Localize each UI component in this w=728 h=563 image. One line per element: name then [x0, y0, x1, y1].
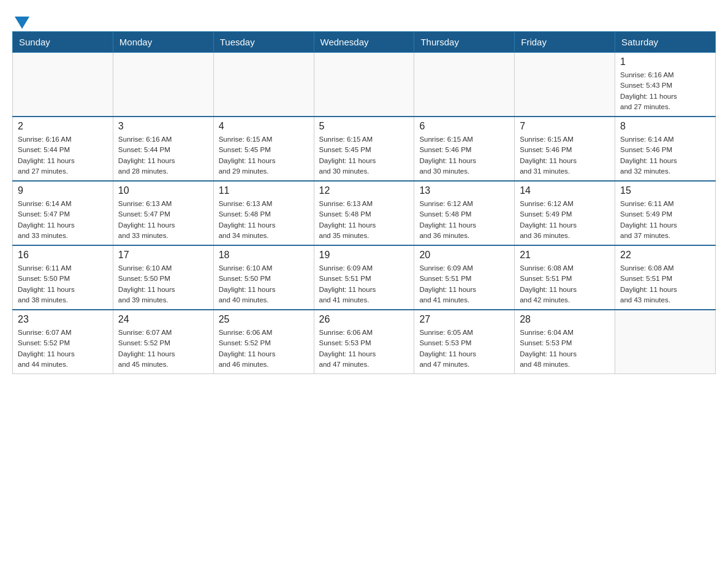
header-friday: Friday: [515, 32, 615, 53]
day-number: 17: [118, 250, 208, 261]
day-number: 23: [18, 314, 108, 325]
logo-triangle-icon: [15, 17, 29, 29]
calendar-cell: 8Sunrise: 6:14 AMSunset: 5:46 PMDaylight…: [615, 117, 716, 181]
header-wednesday: Wednesday: [314, 32, 414, 53]
day-info: Sunrise: 6:12 AMSunset: 5:48 PMDaylight:…: [419, 199, 509, 241]
calendar-cell: [13, 53, 113, 117]
calendar-cell: 9Sunrise: 6:14 AMSunset: 5:47 PMDaylight…: [13, 181, 113, 245]
day-number: 24: [118, 314, 208, 325]
day-info: Sunrise: 6:13 AMSunset: 5:48 PMDaylight:…: [319, 199, 409, 241]
day-info: Sunrise: 6:08 AMSunset: 5:51 PMDaylight:…: [520, 263, 610, 305]
calendar-header: SundayMondayTuesdayWednesdayThursdayFrid…: [13, 32, 716, 53]
calendar-cell: 19Sunrise: 6:09 AMSunset: 5:51 PMDayligh…: [314, 245, 414, 310]
day-number: 20: [419, 250, 509, 261]
day-info: Sunrise: 6:16 AMSunset: 5:44 PMDaylight:…: [118, 134, 208, 177]
logo-line1: [12, 15, 29, 29]
day-number: 26: [319, 314, 409, 325]
calendar-cell: [615, 310, 716, 374]
day-number: 1: [620, 56, 710, 67]
day-number: 16: [18, 250, 108, 261]
calendar-cell: 27Sunrise: 6:05 AMSunset: 5:53 PMDayligh…: [414, 310, 515, 374]
day-number: 25: [219, 314, 309, 325]
day-number: 14: [520, 185, 610, 196]
logo: [12, 12, 29, 25]
day-info: Sunrise: 6:11 AMSunset: 5:49 PMDaylight:…: [620, 199, 710, 241]
day-info: Sunrise: 6:06 AMSunset: 5:52 PMDaylight:…: [219, 327, 309, 370]
header-thursday: Thursday: [414, 32, 515, 53]
day-number: 28: [520, 314, 610, 325]
week-row-3: 16Sunrise: 6:11 AMSunset: 5:50 PMDayligh…: [13, 245, 716, 310]
day-info: Sunrise: 6:10 AMSunset: 5:50 PMDaylight:…: [219, 263, 309, 305]
day-info: Sunrise: 6:08 AMSunset: 5:51 PMDaylight:…: [620, 263, 710, 305]
header: [12, 12, 716, 25]
day-number: 3: [118, 121, 208, 132]
day-number: 7: [520, 121, 610, 132]
day-info: Sunrise: 6:05 AMSunset: 5:53 PMDaylight:…: [419, 327, 509, 370]
day-info: Sunrise: 6:06 AMSunset: 5:53 PMDaylight:…: [319, 327, 409, 370]
header-saturday: Saturday: [615, 32, 716, 53]
calendar-cell: [113, 53, 213, 117]
calendar-cell: 14Sunrise: 6:12 AMSunset: 5:49 PMDayligh…: [515, 181, 615, 245]
day-info: Sunrise: 6:14 AMSunset: 5:46 PMDaylight:…: [620, 134, 710, 177]
day-info: Sunrise: 6:12 AMSunset: 5:49 PMDaylight:…: [520, 199, 610, 241]
calendar-cell: [414, 53, 515, 117]
calendar-cell: 11Sunrise: 6:13 AMSunset: 5:48 PMDayligh…: [213, 181, 314, 245]
week-row-0: 1Sunrise: 6:16 AMSunset: 5:43 PMDaylight…: [13, 53, 716, 117]
calendar-cell: 22Sunrise: 6:08 AMSunset: 5:51 PMDayligh…: [615, 245, 716, 310]
day-info: Sunrise: 6:15 AMSunset: 5:45 PMDaylight:…: [319, 134, 409, 177]
calendar-cell: 28Sunrise: 6:04 AMSunset: 5:53 PMDayligh…: [515, 310, 615, 374]
day-number: 4: [219, 121, 309, 132]
day-info: Sunrise: 6:07 AMSunset: 5:52 PMDaylight:…: [18, 327, 108, 370]
calendar-cell: [213, 53, 314, 117]
day-number: 19: [319, 250, 409, 261]
calendar-cell: 21Sunrise: 6:08 AMSunset: 5:51 PMDayligh…: [515, 245, 615, 310]
calendar-cell: 17Sunrise: 6:10 AMSunset: 5:50 PMDayligh…: [113, 245, 213, 310]
day-number: 10: [118, 185, 208, 196]
header-tuesday: Tuesday: [213, 32, 314, 53]
calendar-cell: 23Sunrise: 6:07 AMSunset: 5:52 PMDayligh…: [13, 310, 113, 374]
header-row: SundayMondayTuesdayWednesdayThursdayFrid…: [13, 32, 716, 53]
calendar-cell: 7Sunrise: 6:15 AMSunset: 5:46 PMDaylight…: [515, 117, 615, 181]
calendar-cell: 12Sunrise: 6:13 AMSunset: 5:48 PMDayligh…: [314, 181, 414, 245]
day-info: Sunrise: 6:10 AMSunset: 5:50 PMDaylight:…: [118, 263, 208, 305]
day-info: Sunrise: 6:04 AMSunset: 5:53 PMDaylight:…: [520, 327, 610, 370]
day-info: Sunrise: 6:16 AMSunset: 5:44 PMDaylight:…: [18, 134, 108, 177]
week-row-1: 2Sunrise: 6:16 AMSunset: 5:44 PMDaylight…: [13, 117, 716, 181]
day-info: Sunrise: 6:13 AMSunset: 5:48 PMDaylight:…: [219, 199, 309, 241]
week-row-2: 9Sunrise: 6:14 AMSunset: 5:47 PMDaylight…: [13, 181, 716, 245]
day-info: Sunrise: 6:07 AMSunset: 5:52 PMDaylight:…: [118, 327, 208, 370]
day-info: Sunrise: 6:09 AMSunset: 5:51 PMDaylight:…: [319, 263, 409, 305]
day-info: Sunrise: 6:15 AMSunset: 5:46 PMDaylight:…: [419, 134, 509, 177]
calendar-body: 1Sunrise: 6:16 AMSunset: 5:43 PMDaylight…: [13, 53, 716, 374]
calendar-cell: 20Sunrise: 6:09 AMSunset: 5:51 PMDayligh…: [414, 245, 515, 310]
header-sunday: Sunday: [13, 32, 113, 53]
day-number: 13: [419, 185, 509, 196]
day-info: Sunrise: 6:11 AMSunset: 5:50 PMDaylight:…: [18, 263, 108, 305]
calendar-cell: 1Sunrise: 6:16 AMSunset: 5:43 PMDaylight…: [615, 53, 716, 117]
calendar-cell: 3Sunrise: 6:16 AMSunset: 5:44 PMDaylight…: [113, 117, 213, 181]
calendar-cell: 10Sunrise: 6:13 AMSunset: 5:47 PMDayligh…: [113, 181, 213, 245]
day-number: 15: [620, 185, 710, 196]
day-info: Sunrise: 6:09 AMSunset: 5:51 PMDaylight:…: [419, 263, 509, 305]
calendar-cell: 2Sunrise: 6:16 AMSunset: 5:44 PMDaylight…: [13, 117, 113, 181]
calendar-cell: 4Sunrise: 6:15 AMSunset: 5:45 PMDaylight…: [213, 117, 314, 181]
calendar-cell: 24Sunrise: 6:07 AMSunset: 5:52 PMDayligh…: [113, 310, 213, 374]
day-number: 11: [219, 185, 309, 196]
day-info: Sunrise: 6:16 AMSunset: 5:43 PMDaylight:…: [620, 70, 710, 112]
calendar-cell: 25Sunrise: 6:06 AMSunset: 5:52 PMDayligh…: [213, 310, 314, 374]
day-info: Sunrise: 6:15 AMSunset: 5:46 PMDaylight:…: [520, 134, 610, 177]
calendar-cell: [515, 53, 615, 117]
day-number: 6: [419, 121, 509, 132]
calendar-cell: 16Sunrise: 6:11 AMSunset: 5:50 PMDayligh…: [13, 245, 113, 310]
day-number: 12: [319, 185, 409, 196]
calendar-cell: 26Sunrise: 6:06 AMSunset: 5:53 PMDayligh…: [314, 310, 414, 374]
calendar-cell: [314, 53, 414, 117]
day-number: 27: [419, 314, 509, 325]
week-row-4: 23Sunrise: 6:07 AMSunset: 5:52 PMDayligh…: [13, 310, 716, 374]
calendar-table: SundayMondayTuesdayWednesdayThursdayFrid…: [12, 31, 716, 374]
day-number: 9: [18, 185, 108, 196]
day-number: 21: [520, 250, 610, 261]
calendar-cell: 13Sunrise: 6:12 AMSunset: 5:48 PMDayligh…: [414, 181, 515, 245]
day-info: Sunrise: 6:13 AMSunset: 5:47 PMDaylight:…: [118, 199, 208, 241]
calendar-cell: 18Sunrise: 6:10 AMSunset: 5:50 PMDayligh…: [213, 245, 314, 310]
